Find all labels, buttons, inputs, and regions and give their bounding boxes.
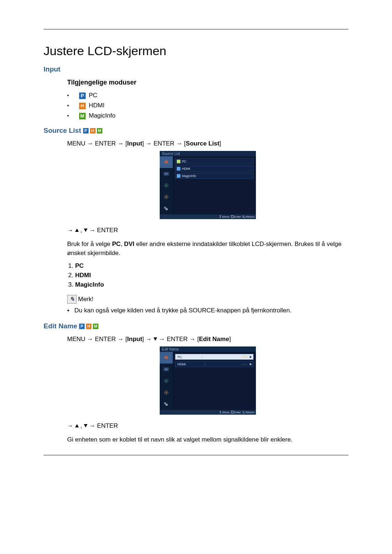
up-arrow-icon xyxy=(75,229,79,232)
p-badge-icon-2: P xyxy=(79,324,85,329)
h-badge-icon: H xyxy=(90,128,95,134)
top-divider xyxy=(44,29,348,29)
mode-item-pc: P PC xyxy=(67,92,348,99)
svg-rect-1 xyxy=(166,160,167,161)
mode-badge-p-icon: P xyxy=(79,93,86,99)
modes-list: P PC H HDMI M MagicInfo xyxy=(67,92,348,119)
osd-side-picture-icon xyxy=(160,168,173,180)
osd2-row-pc: PC : VCR▶ xyxy=(175,354,254,360)
osd-side-picture-icon-2 xyxy=(160,364,173,375)
osd2-footer: Move Enter Return xyxy=(160,410,256,415)
edit-name-desc: Gi enheten som er koblet til et navn sli… xyxy=(67,435,348,444)
osd-side-setup-icon xyxy=(160,191,173,203)
osd-side-setup-icon-2 xyxy=(160,387,173,398)
svg-rect-9 xyxy=(166,208,168,210)
note-label: Merk! xyxy=(78,296,94,303)
osd1-row-magic: MagicInfo xyxy=(175,173,254,179)
osd1-title: Source List xyxy=(160,151,256,156)
osd-move-icon: Move xyxy=(219,215,229,218)
svg-point-16 xyxy=(166,380,167,382)
numlist-1: PC xyxy=(75,262,348,270)
svg-rect-11 xyxy=(164,357,168,359)
down-arrow-icon-3 xyxy=(84,424,87,427)
menu-path-source-list: MENU → ENTER → [Input] → ENTER → [Source… xyxy=(67,140,348,147)
osd-enter-icon-2: Enter xyxy=(231,411,241,414)
osd2-row-hdmi: HDMI : - - - -▶ xyxy=(175,361,254,367)
svg-point-7 xyxy=(166,196,167,198)
down-arrow-icon xyxy=(84,229,87,232)
osd-side-input-icon-2 xyxy=(160,352,173,364)
down-arrow-icon-2 xyxy=(154,337,157,341)
osd1-row-pc: PC xyxy=(175,158,254,164)
nav-hint-2: → , → ENTER xyxy=(67,421,348,431)
page-title: Justere LCD-skjermen xyxy=(44,44,348,58)
osd-side-sound-icon xyxy=(160,180,173,191)
m-badge-icon: M xyxy=(97,128,102,134)
osd-return-icon-2: Return xyxy=(242,411,254,414)
numlist-3: MagicInfo xyxy=(75,281,348,288)
svg-point-18 xyxy=(166,392,167,393)
svg-rect-12 xyxy=(166,356,167,357)
note-row: ✎ Merk! xyxy=(67,295,348,304)
osd-source-list: Source List PC HDMI MagicInfo Move Enter xyxy=(160,151,256,219)
osd-edit-name: Edit Name PC : VCR▶ HDMI xyxy=(160,346,256,415)
svg-point-5 xyxy=(166,185,167,186)
osd2-sidebar xyxy=(160,352,173,410)
osd-move-icon-2: Move xyxy=(219,411,229,414)
section-input-heading: Input xyxy=(44,65,348,73)
m-badge-icon-2: M xyxy=(93,324,98,329)
note-text: Du kan også velge kilden ved å trykke på… xyxy=(67,306,348,315)
numlist-2: HDMI xyxy=(75,272,348,279)
source-list-desc: Bruk for å velge PC, DVI eller andre eks… xyxy=(67,239,348,258)
svg-rect-0 xyxy=(164,161,168,163)
mode-label-pc: PC xyxy=(89,92,97,99)
nav-hint-1: → , → ENTER xyxy=(67,226,348,235)
osd-return-icon: Return xyxy=(242,215,254,218)
p-badge-icon: P xyxy=(83,128,89,134)
note-bullet: Du kan også velge kilden ved å trykke på… xyxy=(67,306,348,315)
mode-badge-m-icon: M xyxy=(79,113,86,119)
svg-rect-21 xyxy=(231,411,233,413)
bottom-divider xyxy=(44,455,348,455)
source-list-heading: Source List PHM xyxy=(44,127,348,135)
up-arrow-icon-2 xyxy=(75,424,79,427)
mode-label-hdmi: HDMI xyxy=(89,102,104,109)
mode-item-hdmi: H HDMI xyxy=(67,102,348,109)
osd1-footer: Move Enter Return xyxy=(160,214,256,219)
menu-path-edit-name: MENU → ENTER → [Input] → → ENTER → [Edit… xyxy=(67,336,348,343)
osd1-row-hdmi: HDMI xyxy=(175,165,254,172)
osd2-title: Edit Name xyxy=(160,346,256,352)
osd-side-multi-icon xyxy=(160,203,173,214)
arrow-right-icon: ▶ xyxy=(250,355,252,358)
svg-rect-3 xyxy=(165,173,168,175)
edit-name-heading: Edit Name PHM xyxy=(44,322,348,330)
modes-heading: Tilgjengelige moduser xyxy=(67,79,348,86)
note-icon: ✎ xyxy=(67,295,77,304)
osd-side-input-icon xyxy=(160,156,173,168)
source-numbered-list: PC HDMI MagicInfo xyxy=(67,262,348,288)
arrow-right-icon-2: ▶ xyxy=(250,362,252,366)
mode-badge-h-icon: H xyxy=(79,103,86,109)
svg-rect-14 xyxy=(165,369,168,370)
h-badge-icon-2: H xyxy=(86,324,91,329)
osd-enter-icon: Enter xyxy=(231,215,241,218)
svg-rect-10 xyxy=(231,216,233,218)
mode-item-magic: M MagicInfo xyxy=(67,112,348,119)
osd1-sidebar xyxy=(160,156,173,214)
svg-rect-20 xyxy=(166,404,168,406)
osd-side-multi-icon-2 xyxy=(160,398,173,410)
osd-side-sound-icon-2 xyxy=(160,375,173,387)
mode-label-magic: MagicInfo xyxy=(89,112,115,119)
